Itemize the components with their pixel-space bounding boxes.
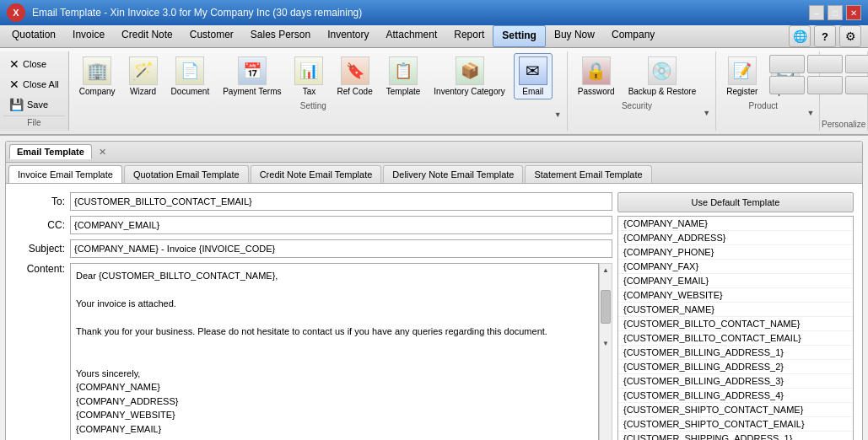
backup-restore-ribbon-btn[interactable]: 💿 Backup & Restore [623,53,702,99]
variable-item[interactable]: {CUSTOMER_BILLING_ADDRESS_4} [618,389,853,403]
email-ribbon-btn[interactable]: ✉ Email [514,53,553,99]
save-icon: 💾 [9,98,24,111]
close-button[interactable]: ✕ Close [3,55,65,73]
variable-item[interactable]: {COMPANY_EMAIL} [618,274,853,288]
menu-buy-now[interactable]: Buy Now [546,25,603,47]
close-icon: ✕ [9,57,19,71]
menu-sales-person[interactable]: Sales Person [242,25,319,47]
refcode-ribbon-label: Ref Code [337,87,372,96]
file-section-label: File [3,115,65,127]
personalize-btn-1[interactable] [769,55,805,73]
product-expand-arrow[interactable]: ▼ [806,109,814,117]
to-label: To: [14,196,65,207]
variable-item[interactable]: {CUSTOMER_NAME} [618,303,853,317]
content-textarea[interactable]: Dear {CUSTOMER_BILLTO_CONTACT_NAME}, You… [70,263,599,440]
variable-item[interactable]: {CUSTOMER_SHIPTO_CONTACT_NAME} [618,403,853,417]
menu-credit-note[interactable]: Credit Note [113,25,181,47]
setting-expand-arrow[interactable]: ▼ [554,110,562,119]
panel-close-button[interactable]: ✕ [95,147,110,158]
document-ribbon-btn[interactable]: 📄 Document [166,53,215,99]
tax-ribbon-label: Tax [303,87,316,96]
setting-buttons: 🏢 Company 🪄 Wizard 📄 Document 📅 Payment … [74,53,553,99]
backup-restore-ribbon-label: Backup & Restore [628,87,697,96]
scrollbar-down-arrow[interactable]: ▼ [600,337,612,350]
variable-item[interactable]: {CUSTOMER_SHIPTO_CONTACT_EMAIL} [618,417,853,432]
minimize-button[interactable]: – [809,5,824,20]
menu-attachment[interactable]: Attachment [378,25,446,47]
variable-item[interactable]: {COMPANY_NAME} [618,217,853,231]
payment-terms-ribbon-btn[interactable]: 📅 Payment Terms [218,53,286,99]
menu-setting[interactable]: Setting [493,25,546,47]
template-ribbon-label: Template [386,87,421,96]
wizard-ribbon-label: Wizard [130,87,156,96]
content-scrollbar[interactable]: ▲ ▼ [599,263,612,440]
maximize-button[interactable]: □ [828,5,843,20]
globe-icon-button[interactable]: 🌐 [789,25,811,47]
close-all-icon: ✕ [9,78,19,91]
scrollbar-thumb[interactable] [601,290,611,324]
password-ribbon-btn[interactable]: 🔒 Password [573,53,620,99]
variable-item[interactable]: {COMPANY_WEBSITE} [618,288,853,303]
settings-icon-button[interactable]: ⚙ [839,25,861,47]
ribbon-section-personalize: ▲ ▼ Personalize [820,51,868,131]
variable-item[interactable]: {CUSTOMER_BILLING_ADDRESS_1} [618,346,853,360]
ribbon-section-file: ✕ Close ✕ Close All 💾 Save File [0,51,69,131]
form-left: To: CC: Subject: Content: Dear {C [14,192,612,440]
tab-invoice-email[interactable]: Invoice Email Template [8,165,122,183]
security-expand-arrow[interactable]: ▼ [703,109,710,117]
menu-quotation[interactable]: Quotation [3,25,64,47]
cc-row: CC: [14,216,612,234]
personalize-btn-6[interactable] [807,76,843,94]
password-ribbon-label: Password [578,87,615,96]
payment-terms-ribbon-label: Payment Terms [223,87,281,96]
save-button[interactable]: 💾 Save [3,95,65,114]
use-default-template-button[interactable]: Use Default Template [617,192,854,212]
tab-credit-note-email[interactable]: Credit Note Email Template [251,165,382,183]
variable-item[interactable]: {COMPANY_ADDRESS} [618,231,853,245]
company-ribbon-btn[interactable]: 🏢 Company [74,53,121,99]
refcode-ribbon-btn[interactable]: 🔖 Ref Code [332,53,377,99]
personalize-btn-3[interactable] [845,55,868,73]
close-all-button[interactable]: ✕ Close All [3,75,65,94]
personalize-btn-5[interactable] [769,76,805,94]
menu-inventory[interactable]: Inventory [319,25,377,47]
cc-label: CC: [14,219,65,231]
save-label: Save [27,99,48,110]
menu-customer[interactable]: Customer [181,25,242,47]
template-ribbon-btn[interactable]: 📋 Template [381,53,426,99]
close-all-label: Close All [23,79,59,89]
variable-item[interactable]: {CUSTOMER_BILLING_ADDRESS_3} [618,374,853,389]
variable-item[interactable]: {CUSTOMER_BILLTO_CONTACT_NAME} [618,317,853,331]
to-input[interactable] [70,192,612,211]
tax-ribbon-btn[interactable]: 📊 Tax [289,53,328,99]
subject-input[interactable] [70,239,612,258]
window-title: Email Template - Xin Invoice 3.0 for My … [32,7,362,19]
register-ribbon-btn[interactable]: 📝 Register [721,53,763,99]
variable-item[interactable]: {CUSTOMER_BILLTO_CONTACT_EMAIL} [618,331,853,346]
product-section-label: Product [721,99,805,110]
variable-item[interactable]: {CUSTOMER_SHIPPING_ADDRESS_1} [618,432,853,440]
app-icon: X [7,3,25,22]
personalize-btn-2[interactable] [807,55,843,73]
menu-invoice[interactable]: Invoice [64,25,113,47]
window-close-button[interactable]: ✕ [846,5,861,20]
wizard-ribbon-btn[interactable]: 🪄 Wizard [124,53,163,99]
variables-list: {COMPANY_NAME} {COMPANY_ADDRESS} {COMPAN… [617,216,854,440]
tab-delivery-note-email[interactable]: Delivery Note Email Template [383,165,523,183]
variable-item[interactable]: {COMPANY_FAX} [618,260,853,274]
tab-statement-email[interactable]: Statement Email Template [525,165,651,183]
email-tabs: Invoice Email Template Quotation Email T… [6,163,862,184]
personalize-section-label: Personalize [822,118,865,129]
variable-item[interactable]: {CUSTOMER_BILLING_ADDRESS_2} [618,360,853,374]
cc-input[interactable] [70,216,612,234]
inventory-cat-ribbon-btn[interactable]: 📦 Inventory Category [429,53,510,99]
tab-quotation-email[interactable]: Quotation Email Template [124,165,249,183]
subject-row: Subject: [14,239,612,258]
scrollbar-up-arrow[interactable]: ▲ [600,264,612,276]
variable-item[interactable]: {COMPANY_PHONE} [618,245,853,260]
menu-report[interactable]: Report [445,25,493,47]
menu-company[interactable]: Company [603,25,663,47]
personalize-btn-7[interactable] [845,76,868,94]
help-button[interactable]: ? [814,25,836,47]
content-area: Content: Dear {CUSTOMER_BILLTO_CONTACT_N… [14,263,612,440]
